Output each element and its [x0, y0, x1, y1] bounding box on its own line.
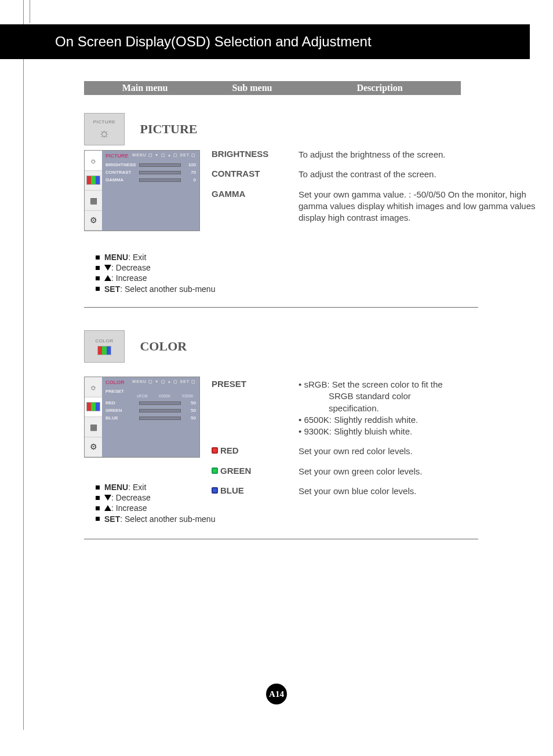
side-icon-tracking: ▦	[85, 417, 102, 437]
page-number: A14	[269, 689, 284, 699]
triangle-down-icon	[104, 265, 111, 271]
osd-nav-hint: MENU ▢ ▼ ▢ ▲ ▢ SET ▢	[132, 379, 196, 385]
osd-preset-opts: sRGB 6500K 9300K	[105, 394, 196, 400]
picture-legend: MENU : Exit : Decrease : Increase SET : …	[96, 252, 215, 294]
osd-main: PICTURE MENU ▢ ▼ ▢ ▲ ▢ SET ▢ BRIGHTNESS …	[102, 151, 199, 231]
brightness-icon: ☼	[99, 127, 110, 140]
divider-1	[84, 307, 478, 308]
row-green: GREEN Set your own green color levels.	[212, 466, 536, 477]
osd-row-green: GREEN 50	[105, 408, 196, 413]
col-main-menu: Main menu	[84, 83, 206, 93]
page-title: On Screen Display(OSD) Selection and Adj…	[55, 34, 372, 50]
sub-brightness: BRIGHTNESS	[212, 149, 299, 160]
side-icon-setup: ⚙	[85, 211, 102, 231]
side-icon-tracking: ▦	[85, 191, 102, 211]
red-square-icon	[212, 447, 218, 454]
color-icon-box: COLOR	[84, 330, 125, 363]
picture-title: PICTURE	[140, 122, 197, 137]
desc-green: Set your own green color levels.	[299, 466, 536, 477]
side-icon-color	[85, 397, 102, 418]
sub-blue: BLUE	[220, 485, 244, 495]
row-preset: PRESET • sRGB: Set the screen color to f…	[212, 379, 536, 437]
column-header-row: Main menu Sub menu Description	[84, 81, 461, 95]
row-contrast: CONTRAST To adjust the contrast of the s…	[212, 169, 536, 180]
side-icon-setup: ⚙	[85, 437, 102, 458]
row-red: RED Set your own red color levels.	[212, 445, 536, 457]
color-legend: MENU : Exit : Decrease : Increase SET : …	[96, 482, 215, 524]
osd-row-contrast: CONTRAST 70	[105, 170, 196, 175]
section-header-row: COLOR COLOR	[84, 330, 490, 363]
side-icon-brightness: ☼	[85, 151, 102, 171]
osd-header: COLOR	[105, 379, 125, 385]
side-icon-brightness: ☼	[85, 377, 102, 397]
osd-preset-label: PRESET	[105, 389, 196, 394]
osd-row-brightness: BRIGHTNESS 100	[105, 162, 196, 167]
picture-table: BRIGHTNESS To adjust the brightness of t…	[212, 149, 536, 232]
osd-header: PICTURE	[105, 153, 129, 159]
desc-blue: Set your own blue color levels.	[299, 485, 536, 497]
color-osd-panel: ☼ ▦ ⚙ COLOR MENU ▢ ▼ ▢ ▲ ▢ SET ▢ PRESET …	[84, 377, 200, 458]
picture-icon-box: PICTURE ☼	[84, 113, 125, 145]
osd-row-gamma: GAMMA 0	[105, 177, 196, 182]
section-picture: PICTURE ☼ PICTURE ☼ ▦ ⚙ PICTURE MENU ▢ ▼…	[84, 113, 490, 231]
triangle-up-icon	[104, 505, 111, 511]
sub-gamma: GAMMA	[212, 189, 299, 224]
sub-preset: PRESET	[212, 379, 299, 437]
osd-side-icons: ☼ ▦ ⚙	[85, 377, 102, 457]
side-icon-color	[85, 171, 102, 191]
color-table: PRESET • sRGB: Set the screen color to f…	[212, 379, 536, 505]
osd-row-red: RED 50	[105, 400, 196, 406]
sub-green: GREEN	[220, 466, 251, 476]
row-gamma: GAMMA Set your own gamma value. : -50/0/…	[212, 189, 536, 224]
col-sub-menu: Sub menu	[206, 83, 299, 93]
osd-side-icons: ☼ ▦ ⚙	[85, 151, 102, 231]
desc-preset: • sRGB: Set the screen color to fit the …	[299, 379, 536, 437]
sub-red: RED	[220, 445, 239, 455]
desc-brightness: To adjust the brightness of the screen.	[299, 149, 536, 160]
divider-2	[84, 539, 478, 539]
triangle-down-icon	[104, 495, 111, 501]
triangle-up-icon	[104, 275, 111, 281]
desc-gamma: Set your own gamma value. : -50/0/50 On …	[299, 189, 536, 224]
section-header-row: PICTURE ☼ PICTURE	[84, 113, 490, 145]
section-color: COLOR COLOR ☼ ▦ ⚙ COLOR MENU ▢ ▼ ▢ ▲ ▢ S…	[84, 330, 490, 458]
page-number-badge: A14	[266, 684, 287, 704]
color-title: COLOR	[140, 339, 187, 354]
picture-osd-panel: ☼ ▦ ⚙ PICTURE MENU ▢ ▼ ▢ ▲ ▢ SET ▢ BRIGH…	[84, 150, 200, 231]
row-brightness: BRIGHTNESS To adjust the brightness of t…	[212, 149, 536, 160]
desc-red: Set your own red color levels.	[299, 445, 536, 457]
osd-row-blue: BLUE 50	[105, 415, 196, 421]
row-blue: BLUE Set your own blue color levels.	[212, 485, 536, 497]
green-square-icon	[212, 468, 218, 474]
color-bars-icon	[97, 346, 111, 355]
color-icon-label: COLOR	[96, 338, 114, 344]
col-description: Description	[299, 83, 461, 93]
desc-contrast: To adjust the contrast of the screen.	[299, 169, 536, 180]
osd-nav-hint: MENU ▢ ▼ ▢ ▲ ▢ SET ▢	[132, 153, 196, 159]
sub-contrast: CONTRAST	[212, 169, 299, 180]
page-title-bar: On Screen Display(OSD) Selection and Adj…	[0, 24, 530, 59]
picture-icon-label: PICTURE	[93, 119, 116, 125]
osd-main: COLOR MENU ▢ ▼ ▢ ▲ ▢ SET ▢ PRESET sRGB 6…	[102, 377, 199, 457]
